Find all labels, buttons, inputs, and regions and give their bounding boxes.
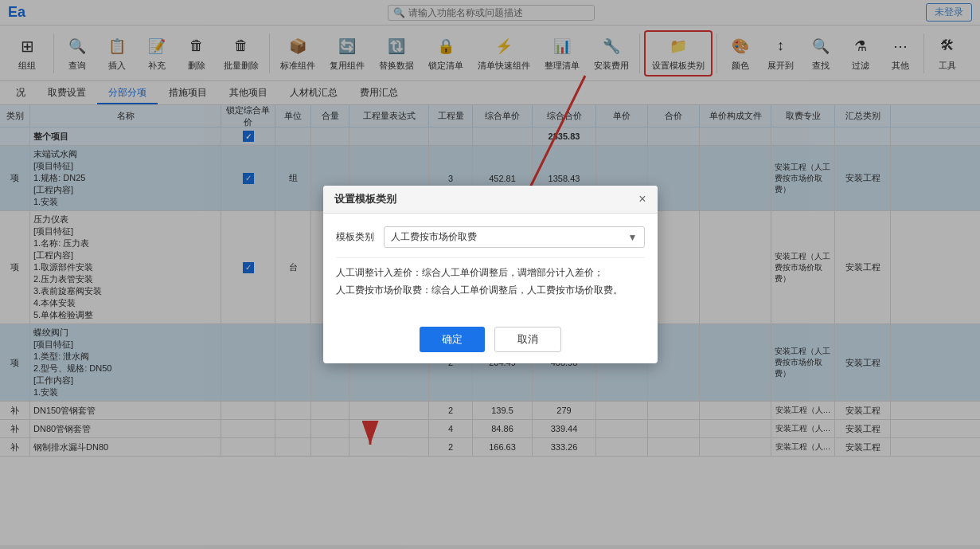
modal-close-button[interactable]: × <box>638 193 646 206</box>
modal-footer: 确定 取消 <box>323 319 658 363</box>
modal-header: 设置模板类别 × <box>323 186 658 214</box>
description-line2: 人工费按市场价取费：综合人工单价调整后，人工费按市场价取费。 <box>336 282 645 300</box>
modal-description: 人工调整计入差价：综合人工单价调整后，调增部分计入差价； 人工费按市场价取费：综… <box>336 257 645 305</box>
modal-title: 设置模板类别 <box>334 192 396 206</box>
cancel-button[interactable]: 取消 <box>494 327 561 352</box>
confirm-button[interactable]: 确定 <box>420 327 485 352</box>
template-type-row: 模板类别 人工费按市场价取费 ▼ <box>336 226 645 248</box>
template-select-value: 人工费按市场价取费 <box>391 230 477 244</box>
chevron-down-icon: ▼ <box>628 232 638 243</box>
description-line1: 人工调整计入差价：综合人工单价调整后，调增部分计入差价； <box>336 265 645 282</box>
template-select[interactable]: 人工费按市场价取费 ▼ <box>384 226 645 248</box>
modal-body: 模板类别 人工费按市场价取费 ▼ 人工调整计入差价：综合人工单价调整后，调增部分… <box>323 214 658 318</box>
set-template-modal: 设置模板类别 × 模板类别 人工费按市场价取费 ▼ 人工调整计入差价：综合人工单… <box>323 186 658 363</box>
modal-overlay: 设置模板类别 × 模板类别 人工费按市场价取费 ▼ 人工调整计入差价：综合人工单… <box>0 0 980 545</box>
template-label: 模板类别 <box>336 230 384 244</box>
